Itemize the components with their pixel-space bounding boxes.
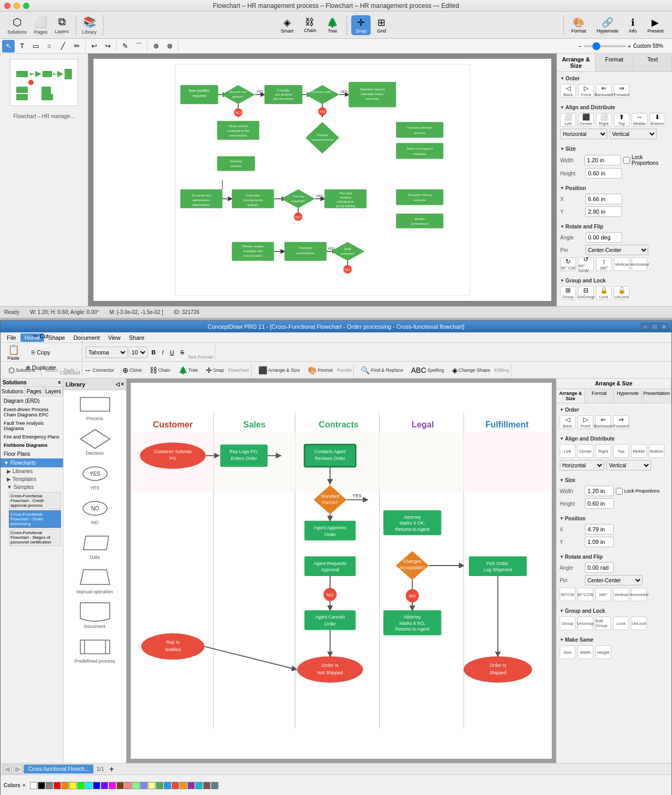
add-page-btn[interactable]: + bbox=[107, 765, 116, 774]
rpb-same-height-btn[interactable]: Height bbox=[595, 645, 611, 659]
tree-btn-b[interactable]: 🌲Tree bbox=[175, 363, 202, 377]
color-white[interactable] bbox=[30, 782, 37, 789]
pencil-tool[interactable]: ✎ bbox=[119, 40, 131, 53]
arrange-size-btn[interactable]: ⬛Arrange & Size bbox=[255, 363, 304, 377]
solutions-toolbar-btn[interactable]: ⬡ Solutions bbox=[4, 15, 30, 36]
rpb-sub-format[interactable]: Format bbox=[585, 389, 613, 403]
lib-decision[interactable]: Decision bbox=[64, 425, 126, 459]
change-shape-btn[interactable]: ◈Change Shape bbox=[448, 363, 494, 377]
lib-process[interactable]: Process bbox=[64, 390, 126, 425]
smart-btn[interactable]: ◈ Smart bbox=[277, 15, 298, 35]
color-material-red[interactable] bbox=[172, 782, 179, 789]
canvas-bottom[interactable]: Customer Sales Contracts Legal Fulfillme… bbox=[127, 379, 556, 763]
undo-btn[interactable]: ↩ bbox=[88, 40, 100, 53]
page-next-btn[interactable]: ▷ bbox=[13, 765, 23, 774]
connector-btn[interactable]: ↔Connector bbox=[80, 363, 118, 377]
rpb-height-input[interactable] bbox=[585, 498, 614, 509]
rpb-vert-flip-btn[interactable]: Vertical bbox=[613, 588, 629, 601]
rpb-sub-hypernote[interactable]: Hypernote bbox=[614, 389, 642, 403]
rotate-ccw-btn[interactable]: ↺90° CCW bbox=[578, 257, 594, 271]
menu-view[interactable]: View bbox=[104, 333, 125, 342]
solutions-tab[interactable]: Solutions bbox=[1, 387, 25, 396]
color-magenta[interactable] bbox=[109, 782, 116, 789]
backward-btn[interactable]: ⇐Backward bbox=[596, 84, 612, 98]
rpb-ccw90-btn[interactable]: 90°CCW bbox=[578, 588, 593, 601]
lib-data[interactable]: Data bbox=[64, 529, 126, 563]
color-light-yellow[interactable] bbox=[148, 782, 155, 789]
colors-close-btn[interactable]: × bbox=[23, 782, 26, 788]
rpb-lock-btn[interactable]: Lock bbox=[613, 616, 629, 630]
solutions-btn-b[interactable]: ⬡ Solutions bbox=[5, 363, 39, 377]
chain-btn[interactable]: ⛓ Chain bbox=[300, 15, 321, 35]
bold-btn[interactable]: B bbox=[149, 345, 158, 360]
ungroup-btn[interactable]: ⊟UnGroup bbox=[578, 286, 594, 300]
color-light-blue[interactable] bbox=[140, 782, 148, 789]
color-material-purple[interactable] bbox=[187, 782, 195, 789]
unlock-btn[interactable]: 🔓UnLock bbox=[614, 286, 629, 300]
tab-text[interactable]: Text bbox=[634, 54, 672, 71]
hypernote-btn[interactable]: 🔗 Hypernote bbox=[592, 15, 623, 35]
height-input[interactable] bbox=[585, 168, 622, 179]
align-top-btn[interactable]: ⬆Top bbox=[614, 113, 629, 127]
color-blue-gray[interactable] bbox=[211, 782, 218, 789]
color-red[interactable] bbox=[54, 782, 61, 789]
solutions-close-btn[interactable]: × bbox=[58, 380, 61, 385]
strikethrough-btn[interactable]: S bbox=[177, 345, 186, 360]
color-green[interactable] bbox=[77, 782, 85, 789]
line-tool[interactable]: ╱ bbox=[57, 40, 69, 53]
rpb-vert-select[interactable]: Vertical bbox=[606, 460, 651, 470]
clone-btn[interactable]: ⊕Clone bbox=[119, 363, 146, 377]
maximize-button-top[interactable] bbox=[23, 3, 29, 9]
paste-style-tool[interactable]: ⊗ bbox=[163, 40, 176, 53]
spelling-btn[interactable]: ABCSpelling bbox=[407, 363, 448, 377]
win-close-btn[interactable]: × bbox=[660, 323, 668, 330]
grid-btn[interactable]: ⊞ Grid bbox=[373, 15, 390, 35]
sample-credit[interactable]: Cross-Functional Flowchart - Credit appr… bbox=[9, 492, 61, 509]
pages-tab-b[interactable]: Pages bbox=[25, 387, 44, 396]
lib-document[interactable]: Document bbox=[64, 598, 126, 633]
align-middle-btn[interactable]: ↔Middle bbox=[632, 113, 647, 127]
info-btn[interactable]: ℹ Info bbox=[625, 15, 641, 35]
lib-close-btn[interactable]: × bbox=[121, 381, 124, 387]
paste-btn[interactable]: 📋Paste bbox=[5, 345, 22, 360]
color-orange[interactable] bbox=[61, 782, 69, 789]
flip180-btn[interactable]: ↕180° bbox=[596, 257, 612, 271]
flip-vert-btn[interactable]: Vertical bbox=[614, 257, 629, 271]
sol-fishbone[interactable]: Fishbone Diagrams bbox=[1, 441, 63, 449]
lock-btn[interactable]: 🔒Lock bbox=[596, 286, 612, 300]
rpb-flip180-btn[interactable]: 180° bbox=[595, 588, 611, 601]
snap-btn[interactable]: ✛ Snap bbox=[351, 15, 371, 35]
bezier-tool[interactable]: ⌒ bbox=[132, 40, 145, 53]
oval-tool[interactable]: ○ bbox=[43, 40, 56, 53]
y-input[interactable] bbox=[585, 206, 622, 217]
lib-predefined[interactable]: Predefined process bbox=[64, 633, 126, 667]
color-material-orange[interactable] bbox=[180, 782, 187, 789]
width-input[interactable] bbox=[584, 155, 621, 165]
color-pink[interactable] bbox=[124, 782, 132, 789]
font-size-select[interactable]: 10 bbox=[129, 347, 148, 358]
color-material-green[interactable] bbox=[156, 782, 163, 789]
rpb-right-btn[interactable]: Right bbox=[595, 444, 611, 458]
sol-templates[interactable]: ▶ Templates bbox=[1, 475, 63, 483]
select-tool[interactable]: ↖ bbox=[2, 40, 15, 53]
rpb-backward-btn[interactable]: ⇐Backward bbox=[595, 415, 611, 429]
tab-format[interactable]: Format bbox=[595, 54, 634, 71]
tab-arrange-size[interactable]: Arrange & Size bbox=[557, 54, 595, 71]
back-btn[interactable]: ◁Back bbox=[560, 84, 576, 98]
rpb-angle-input[interactable] bbox=[585, 562, 614, 573]
color-cyan[interactable] bbox=[85, 782, 92, 789]
sol-floor-plans[interactable]: Floor Plans bbox=[1, 449, 63, 458]
sol-event-driven[interactable]: Event-driven Process Chain Diagrams EPC bbox=[1, 405, 63, 419]
text-tool[interactable]: T bbox=[16, 40, 28, 53]
format-btn-b[interactable]: 🎨Format bbox=[304, 363, 337, 377]
tree-btn[interactable]: 🌲 Tree bbox=[322, 15, 342, 35]
align-left-btn[interactable]: ⬜Left bbox=[560, 113, 576, 127]
rpb-y-input[interactable] bbox=[585, 537, 614, 547]
sample-order[interactable]: Cross-Functional Flowchart - Order proce… bbox=[9, 510, 61, 528]
vertical-select[interactable]: Vertical bbox=[610, 129, 657, 139]
page-prev-btn[interactable]: ◁ bbox=[3, 765, 12, 774]
layers-tab-b[interactable]: Layers bbox=[44, 387, 63, 396]
horizontal-select[interactable]: Horizontal bbox=[560, 129, 607, 139]
library-toolbar-btn[interactable]: 📚 Library bbox=[79, 15, 100, 36]
rpb-same-size-btn[interactable]: Size bbox=[560, 645, 575, 659]
